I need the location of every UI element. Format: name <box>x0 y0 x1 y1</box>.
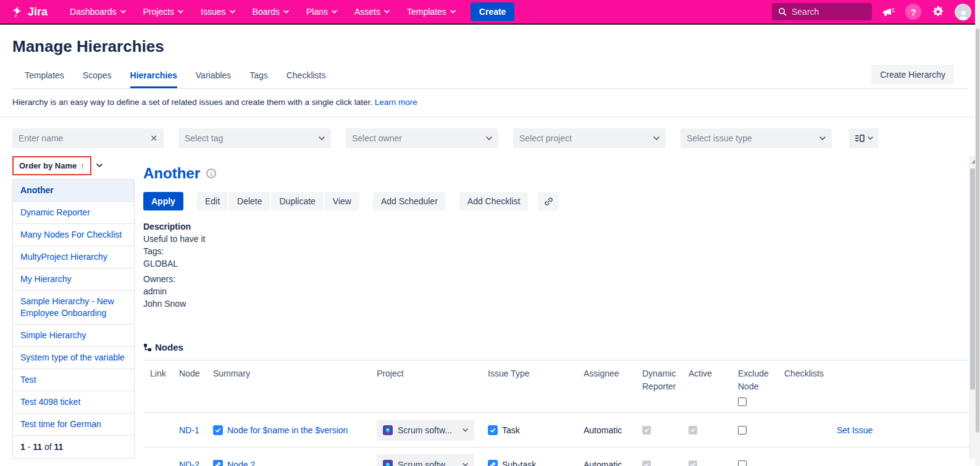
list-item-test-4098-ticket[interactable]: Test 4098 ticket <box>13 391 134 414</box>
exclude-node-checkbox[interactable] <box>738 460 747 466</box>
page-total: 11 <box>54 442 64 452</box>
nav-item-templates[interactable]: Templates <box>401 3 462 20</box>
tab-checklists[interactable]: Checklists <box>287 65 326 88</box>
exclude-node-select-all-checkbox[interactable] <box>738 397 747 406</box>
list-item-system-type-of-the-variable[interactable]: System type of the variable <box>13 347 134 369</box>
hierarchy-list: Another Dynamic Reporter Many Nodes For … <box>12 179 135 459</box>
gear-icon[interactable] <box>931 5 945 19</box>
chevron-down-icon <box>653 136 660 141</box>
apply-button[interactable]: Apply <box>143 192 183 210</box>
search-input[interactable] <box>792 7 860 17</box>
jira-logo-icon <box>11 6 24 19</box>
delete-button[interactable]: Delete <box>229 192 270 210</box>
tags-label: Tags: <box>143 245 969 257</box>
list-item-another[interactable]: Another <box>13 180 134 202</box>
jira-logo-text: Jira <box>28 6 48 19</box>
create-button[interactable]: Create <box>471 2 515 21</box>
nav-item-issues[interactable]: Issues <box>195 3 241 20</box>
project-select[interactable]: Scrum softw... <box>377 420 474 441</box>
create-hierarchy-button[interactable]: Create Hierarchy <box>871 65 954 85</box>
tab-scopes[interactable]: Scopes <box>83 65 112 88</box>
chevron-down-icon <box>450 10 456 14</box>
task-icon <box>213 425 223 435</box>
view-layout-toggle-button[interactable] <box>849 128 879 148</box>
window-scrollbar-thumb[interactable] <box>976 28 979 433</box>
global-search[interactable] <box>772 3 872 20</box>
subtask-icon <box>213 460 223 466</box>
hierarchy-title: Another <box>143 165 200 182</box>
order-options-chevron-icon[interactable] <box>96 164 103 168</box>
tab-tags[interactable]: Tags <box>249 65 268 88</box>
order-by-name-button[interactable]: Order by Name ↑ <box>12 156 91 175</box>
info-icon[interactable]: i <box>206 169 216 178</box>
set-issue-link[interactable]: Set Issue <box>837 425 873 435</box>
chevron-down-icon <box>230 10 235 14</box>
clear-icon[interactable]: ✕ <box>150 133 157 143</box>
add-scheduler-button[interactable]: Add Scheduler <box>373 192 446 210</box>
user-avatar[interactable] <box>955 4 971 20</box>
column-project: Project <box>377 367 488 406</box>
help-icon[interactable]: ? <box>905 4 921 20</box>
column-summary: Summary <box>213 367 377 406</box>
page-separator: - <box>28 442 31 452</box>
tag-filter-select[interactable]: Select tag <box>178 128 331 148</box>
add-checklist-button[interactable]: Add Checklist <box>459 192 529 210</box>
view-button[interactable]: View <box>325 192 359 210</box>
content-area: Order by Name ↑ Another Dynamic Reporter… <box>0 156 980 459</box>
nav-item-plans[interactable]: Plans <box>300 3 343 20</box>
node-summary-link[interactable]: Node 2 <box>227 460 255 466</box>
list-item-my-hierarchy[interactable]: My Hierarchy <box>13 268 134 291</box>
project-select[interactable]: Scrum softw... <box>377 454 474 466</box>
owner-value: admin <box>143 285 969 297</box>
megaphone-icon[interactable] <box>882 6 895 18</box>
chevron-down-icon <box>384 10 390 14</box>
tab-variables[interactable]: Variables <box>196 65 231 88</box>
owner-filter-placeholder: Select owner <box>352 133 402 143</box>
node-key-link[interactable]: ND-1 <box>179 425 199 435</box>
subtask-icon <box>488 460 498 466</box>
list-item-test[interactable]: Test <box>13 369 134 391</box>
list-item-sample-hierarchy[interactable]: Sample Hierarchy - New Employee Onboardi… <box>13 291 134 325</box>
list-item-dynamic-reporter[interactable]: Dynamic Reporter <box>13 202 134 224</box>
list-item-many-nodes-for-checklist[interactable]: Many Nodes For Checklist <box>13 224 134 246</box>
duplicate-button[interactable]: Duplicate <box>271 192 323 210</box>
nav-item-dashboards[interactable]: Dashboards <box>64 3 132 20</box>
project-avatar-icon <box>383 460 393 466</box>
search-icon <box>778 7 787 16</box>
filters-bar: ✕ Select tag Select owner Select project… <box>0 117 980 156</box>
list-item-simple-hierarchy[interactable]: Simple Hierarchy <box>13 325 134 347</box>
exclude-node-checkbox[interactable] <box>738 426 747 435</box>
active-checkbox <box>689 460 697 466</box>
project-select-value: Scrum softw... <box>398 460 452 466</box>
pagination: 1 - 11 of 11 <box>13 435 134 458</box>
nav-item-boards[interactable]: Boards <box>246 3 295 20</box>
tab-hierarchies[interactable]: Hierarchies <box>130 65 177 88</box>
name-filter-input[interactable] <box>19 133 136 143</box>
tab-templates[interactable]: Templates <box>25 65 64 88</box>
owner-filter-select[interactable]: Select owner <box>346 128 498 148</box>
page-to: 11 <box>33 442 42 452</box>
column-dynamic-reporter: Dynamic Reporter <box>642 367 689 406</box>
node-key-link[interactable]: ND-2 <box>179 460 199 466</box>
project-filter-select[interactable]: Select project <box>513 128 666 148</box>
jira-logo[interactable]: Jira <box>11 6 48 19</box>
nav-item-projects[interactable]: Projects <box>137 3 190 20</box>
nav-item-label: Issues <box>201 7 225 17</box>
description-value: Useful to have it <box>143 233 969 245</box>
table-row: ND-1 Node for $name in the $version Scru… <box>143 412 969 447</box>
node-summary-link[interactable]: Node for $name in the $version <box>227 425 348 435</box>
nav-item-assets[interactable]: Assets <box>348 3 396 20</box>
copy-link-button[interactable] <box>538 192 559 210</box>
window-scrollbar[interactable] <box>975 0 980 466</box>
list-item-multyproject-hierarchy[interactable]: MultyProject Hierarchy <box>13 246 134 268</box>
issue-type-filter-select[interactable]: Select issue type <box>681 128 832 148</box>
edit-button[interactable]: Edit <box>197 192 228 210</box>
link-icon <box>544 197 553 206</box>
intro-text-row: Hierarchy is an easy way to define a set… <box>0 89 980 117</box>
hierarchy-detail: Another i Apply Edit Delete Duplicate Vi… <box>135 156 969 459</box>
learn-more-link[interactable]: Learn more <box>375 98 417 107</box>
dynamic-reporter-checkbox <box>642 426 651 435</box>
nodes-section-title: Nodes <box>155 342 183 352</box>
page-header: Manage Hierarchies Templates Scopes Hier… <box>0 25 980 89</box>
list-item-test-time-for-german[interactable]: Test time for German <box>13 414 134 435</box>
